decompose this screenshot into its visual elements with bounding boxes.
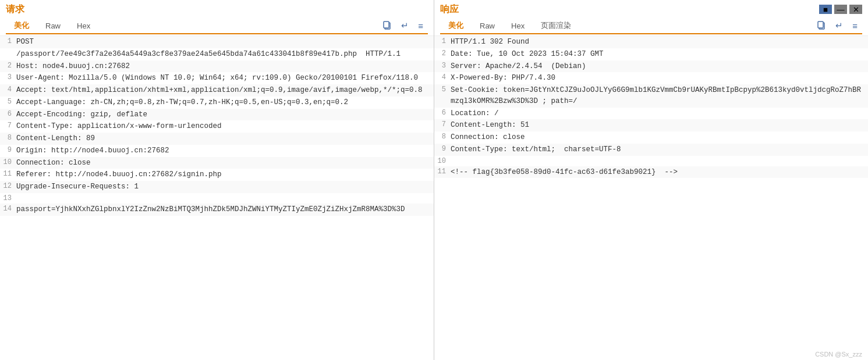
line-number: 13 [0,194,16,202]
line-content: Referer: http://node4.buuoj.cn:27682/sig… [16,169,434,180]
table-row: 6Accept-Encoding: gzip, deflate [0,109,434,121]
line-content: Upgrade-Insecure-Requests: 1 [16,181,434,193]
line-content: Content-Length: 51 [451,120,868,131]
table-row: 11<!-- flag{3b3fe058-89d0-41fc-ac63-d61f… [434,166,868,179]
line-number: 9 [434,144,451,153]
top-bar-controls: ■ — ✕ [819,5,862,14]
table-row: 11Referer: http://node4.buuoj.cn:27682/s… [0,169,434,181]
table-row: 4X-Powered-By: PHP/7.4.30 [434,72,868,84]
line-content: X-Powered-By: PHP/7.4.30 [451,73,868,84]
table-row: 8Connection: close [434,131,868,144]
main-container: 请求 美化 Raw Hex ↵ ≡ 1POST/passport/7ee49c3… [0,0,868,360]
table-row: 5Set-Cookie: token=JGtYnXtCJZ9uJoOJLYyG6… [434,84,868,108]
table-row: 12Upgrade-Insecure-Requests: 1 [0,181,434,193]
response-menu-button[interactable]: ≡ [850,20,860,32]
line-number: 11 [0,169,16,178]
line-content: HTTP/1.1 302 Found [451,37,868,48]
line-number: 8 [434,132,451,141]
request-copy-button[interactable] [380,19,394,33]
svg-rect-3 [818,22,823,28]
line-number: 4 [434,73,451,81]
request-header: 请求 美化 Raw Hex ↵ ≡ [0,0,434,36]
request-tab-icons: ↵ ≡ [380,19,428,33]
table-row: 5Accept-Language: zh-CN,zh;q=0.8,zh-TW;q… [0,97,434,109]
table-row: 7Content-Length: 51 [434,119,868,131]
line-number: 7 [0,121,16,130]
line-content: Accept-Encoding: gzip, deflate [16,109,434,120]
line-content: Accept: text/html,application/xhtml+xml,… [16,85,434,96]
table-row: 2Host: node4.buuoj.cn:27682 [0,60,434,73]
line-content: <!-- flag{3b3fe058-89d0-41fc-ac63-d61fe3… [451,167,868,178]
line-number: 11 [434,167,451,176]
line-number: 10 [0,158,16,166]
table-row: 1HTTP/1.1 302 Found [434,36,868,48]
line-number: 4 [0,85,16,94]
line-content: Location: / [451,108,868,119]
table-row: 3Server: Apache/2.4.54 (Debian) [434,60,868,73]
request-menu-button[interactable]: ≡ [416,20,426,32]
tab-request-beautify[interactable]: 美化 [6,18,37,34]
line-number: 1 [434,37,451,45]
line-number: 6 [434,108,451,117]
line-content: passport=YjhkNXxhZGlpbnxlY2IzZnw2NzBiMTQ… [16,204,434,215]
tab-response-beautify[interactable]: 美化 [440,18,472,34]
table-row: 1POST [0,36,434,48]
request-panel: 请求 美化 Raw Hex ↵ ≡ 1POST/passport/7ee49c3… [0,0,434,360]
line-content: Date: Tue, 10 Oct 2023 15:04:37 GMT [451,49,868,60]
tab-response-render[interactable]: 页面渲染 [533,18,579,34]
minimize-button[interactable]: — [834,5,847,14]
line-content: Connection: close [451,132,868,143]
tab-request-hex[interactable]: Hex [69,19,98,34]
request-tab-bar: 美化 Raw Hex ↵ ≡ [6,18,428,34]
tab-request-raw[interactable]: Raw [37,19,69,34]
request-content: 1POST/passport/7ee49c3f7a2e364a5449a3cf8… [0,36,434,360]
line-number: 8 [0,133,16,142]
response-copy-button[interactable] [814,19,828,33]
svg-rect-1 [384,22,389,28]
line-content: /passport/7ee49c3f7a2e364a5449a3cf8e379a… [16,49,434,60]
line-content: Set-Cookie: token=JGtYnXtCJZ9uJoOJLYyG6G… [451,85,868,107]
line-number [0,49,16,49]
line-content: POST [16,37,434,48]
request-newline-button[interactable]: ↵ [399,19,411,32]
watermark: CSDN @Sx_zzz [815,351,862,358]
line-number: 9 [0,145,16,154]
line-content: User-Agent: Mozilla/5.0 (Windows NT 10.0… [16,73,434,84]
line-content: Content-Type: text/html; charset=UTF-8 [451,144,868,155]
line-content: Origin: http://node4.buuoj.cn:27682 [16,145,434,156]
response-tab-icons: ↵ ≡ [814,19,862,33]
line-number: 10 [434,156,451,165]
tab-response-raw[interactable]: Raw [472,19,503,34]
table-row: 10 [434,156,868,166]
line-content: Server: Apache/2.4.54 (Debian) [451,61,868,72]
split-view-button[interactable]: ■ [819,5,832,14]
line-number: 7 [434,120,451,129]
table-row: 13 [0,193,434,204]
close-button[interactable]: ✕ [849,5,862,14]
line-number: 14 [0,204,16,213]
tab-response-hex[interactable]: Hex [503,19,533,34]
line-content: Accept-Language: zh-CN,zh;q=0.8,zh-TW;q=… [16,97,434,108]
line-number: 5 [434,85,451,94]
table-row: 2Date: Tue, 10 Oct 2023 15:04:37 GMT [434,48,868,60]
table-row: 7Content-Type: application/x-www-form-ur… [0,120,434,133]
response-title: 响应 [440,3,862,16]
request-title: 请求 [6,3,428,16]
response-panel: 响应 美化 Raw Hex 页面渲染 ↵ ≡ 1HTTP/1.1 302 Fou… [434,0,868,360]
table-row: 3User-Agent: Mozilla/5.0 (Windows NT 10.… [0,72,434,84]
table-row: /passport/7ee49c3f7a2e364a5449a3cf8e379a… [0,48,434,60]
line-number: 2 [0,61,16,70]
line-content: Host: node4.buuoj.cn:27682 [16,61,434,72]
response-newline-button[interactable]: ↵ [833,19,845,32]
line-number: 5 [0,97,16,106]
table-row: 10Connection: close [0,157,434,169]
line-number: 2 [434,49,451,58]
response-tab-bar: 美化 Raw Hex 页面渲染 ↵ ≡ [440,18,862,34]
response-header: 响应 美化 Raw Hex 页面渲染 ↵ ≡ [434,0,868,36]
table-row: 9Origin: http://node4.buuoj.cn:27682 [0,145,434,157]
table-row: 4Accept: text/html,application/xhtml+xml… [0,84,434,97]
line-content: Content-Length: 89 [16,133,434,144]
line-number: 1 [0,37,16,45]
table-row: 8Content-Length: 89 [0,133,434,145]
table-row: 9Content-Type: text/html; charset=UTF-8 [434,144,868,156]
